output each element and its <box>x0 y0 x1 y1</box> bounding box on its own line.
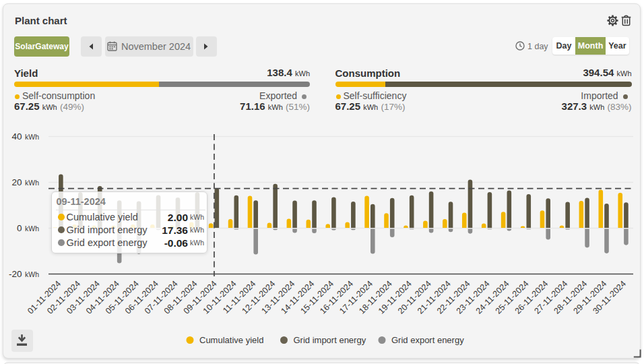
svg-text:kWh: kWh <box>25 270 39 278</box>
svg-text:Grid export energy: Grid export energy <box>391 335 464 345</box>
svg-text:Grid import energy: Grid import energy <box>294 335 366 345</box>
svg-text:kWh: kWh <box>25 133 39 141</box>
svg-text:Cumulative yield: Cumulative yield <box>199 335 263 345</box>
svg-text:kWh: kWh <box>25 179 39 187</box>
svg-text:0: 0 <box>17 223 22 233</box>
svg-text:20: 20 <box>11 177 22 187</box>
svg-text:40: 40 <box>11 131 22 142</box>
svg-text:-20: -20 <box>9 269 22 279</box>
svg-text:kWh: kWh <box>25 224 39 233</box>
